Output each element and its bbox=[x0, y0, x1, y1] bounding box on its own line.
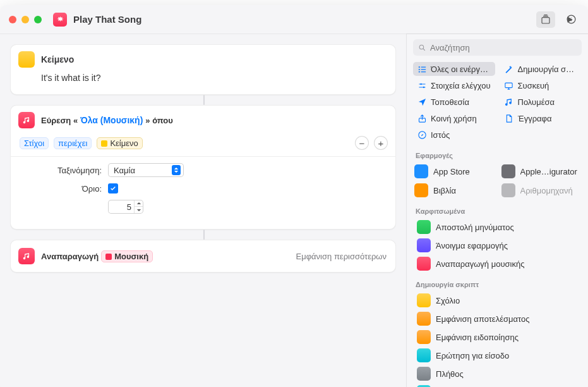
monitor-icon bbox=[504, 80, 514, 90]
action-play-music[interactable]: Αναπαραγωγή Μουσική Εμφάνιση περισσότερω… bbox=[10, 240, 396, 273]
actions-sidebar: Όλες οι ενέργ…Δημιουργία σκ…Στοιχεία ελέ… bbox=[406, 34, 588, 387]
cat-controls[interactable]: Στοιχεία ελέγχου bbox=[413, 78, 495, 92]
minimize-window-button[interactable] bbox=[21, 16, 29, 23]
category-label: Έγγραφα bbox=[518, 114, 552, 123]
window-controls bbox=[9, 16, 42, 23]
pin-open-app[interactable]: Άνοιγμα εφαρμογής bbox=[411, 236, 584, 254]
window-title: Play That Song bbox=[73, 14, 141, 25]
text-action-icon bbox=[18, 51, 35, 68]
safari-icon bbox=[417, 130, 427, 140]
app-icon bbox=[414, 164, 428, 178]
action-icon bbox=[417, 312, 431, 326]
category-grid: Όλες οι ενέργ…Δημιουργία σκ…Στοιχεία ελέ… bbox=[407, 61, 588, 145]
slider-icon bbox=[417, 80, 427, 90]
close-window-button[interactable] bbox=[9, 16, 16, 23]
music-app-icon bbox=[18, 112, 35, 128]
svg-point-8 bbox=[423, 86, 424, 88]
info-toggle-button[interactable] bbox=[561, 11, 580, 28]
svg-rect-1 bbox=[542, 17, 549, 23]
stepper-up-icon[interactable] bbox=[135, 200, 143, 207]
category-label: Κοινή χρήση bbox=[431, 114, 477, 123]
category-label: Συσκευή bbox=[518, 81, 549, 90]
search-icon bbox=[418, 44, 426, 52]
svg-rect-9 bbox=[505, 83, 512, 88]
cat-media[interactable]: Πολυμέσα bbox=[500, 95, 582, 109]
limit-value-input[interactable] bbox=[109, 202, 134, 212]
search-field[interactable] bbox=[413, 39, 582, 56]
cat-documents[interactable]: Έγγραφα bbox=[500, 111, 582, 125]
sidebar-toolbar bbox=[406, 5, 588, 34]
action-icon bbox=[417, 257, 431, 271]
music-app-icon bbox=[18, 248, 35, 264]
app-icon bbox=[414, 183, 428, 197]
svg-rect-5 bbox=[418, 68, 419, 70]
app-calculator[interactable]: Αριθμομηχανή bbox=[498, 181, 585, 199]
act-show-result[interactable]: Εμφάνιση αποτελέσματος bbox=[411, 310, 584, 328]
action-title: Κείμενο bbox=[41, 54, 74, 64]
action-label: Σχόλιο bbox=[436, 296, 460, 305]
select-arrows-icon bbox=[172, 165, 181, 175]
action-find-music[interactable]: Εύρεση « Όλα (Μουσική) » όπου Στίχοι περ… bbox=[10, 105, 396, 230]
action-label: Πλήθος bbox=[436, 369, 464, 379]
category-label: Τοποθεσία bbox=[431, 97, 469, 107]
stepper-down-icon[interactable] bbox=[135, 207, 143, 214]
script-section-title: Δημιουργία σκριπτ bbox=[407, 277, 588, 291]
cat-sharing[interactable]: Κοινή χρήση bbox=[413, 111, 495, 125]
app-icon bbox=[501, 164, 515, 178]
limit-stepper[interactable] bbox=[108, 200, 143, 214]
action-icon bbox=[417, 293, 431, 307]
action-icon bbox=[417, 330, 431, 344]
action-text[interactable]: Κείμενο bbox=[10, 44, 396, 95]
filter-operator[interactable]: περιέχει bbox=[54, 137, 92, 149]
action-icon bbox=[417, 238, 431, 252]
add-filter-button[interactable]: + bbox=[374, 136, 388, 150]
remove-filter-button[interactable]: − bbox=[355, 136, 369, 150]
act-choose-menu[interactable]: Επιλογή από μενού bbox=[411, 383, 584, 387]
share-icon bbox=[417, 113, 427, 123]
connector bbox=[10, 230, 396, 240]
cat-scripting[interactable]: Δημιουργία σκ… bbox=[500, 62, 582, 76]
app-label: Βιβλία bbox=[433, 186, 456, 195]
pinned-section-title: Καρφιτσωμένα bbox=[407, 204, 588, 218]
filter-variable[interactable]: Κείμενο bbox=[97, 137, 142, 149]
cat-device[interactable]: Συσκευή bbox=[500, 78, 582, 92]
limit-checkbox[interactable] bbox=[108, 183, 118, 194]
act-count[interactable]: Πλήθος bbox=[411, 365, 584, 383]
search-input[interactable] bbox=[430, 43, 577, 52]
app-books[interactable]: Βιβλία bbox=[411, 181, 498, 199]
action-label: Άνοιγμα εφαρμογής bbox=[436, 241, 508, 250]
category-label: Ιστός bbox=[431, 130, 450, 140]
act-ask-input[interactable]: Ερώτηση για είσοδο bbox=[411, 347, 584, 364]
category-label: Δημιουργία σκ… bbox=[518, 64, 579, 74]
workflow-canvas[interactable]: Κείμενο Εύρεση « Όλα (Μουσική) » όπου bbox=[0, 34, 406, 387]
zoom-window-button[interactable] bbox=[34, 16, 42, 23]
app-label: App Store bbox=[433, 167, 470, 176]
app-configurator[interactable]: Apple…igurator bbox=[498, 163, 585, 180]
library-toggle-button[interactable] bbox=[536, 11, 555, 28]
sort-select[interactable]: Καμία bbox=[108, 163, 184, 177]
action-label: Εμφάνιση ειδοποίησης bbox=[436, 333, 519, 342]
find-source-token[interactable]: Όλα (Μουσική) bbox=[80, 115, 143, 125]
pin-send-message[interactable]: Αποστολή μηνύματος bbox=[411, 218, 584, 236]
doc-icon bbox=[504, 113, 514, 123]
act-comment[interactable]: Σχόλιο bbox=[411, 292, 584, 309]
show-more-button[interactable]: Εμφάνιση περισσότερων bbox=[296, 252, 387, 261]
action-label: Αποστολή μηνύματος bbox=[436, 223, 514, 232]
svg-rect-4 bbox=[418, 66, 419, 68]
shortcut-app-icon bbox=[53, 13, 67, 27]
app-icon bbox=[501, 183, 515, 197]
app-appstore[interactable]: App Store bbox=[411, 163, 498, 180]
play-target-token[interactable]: Μουσική bbox=[101, 250, 153, 262]
apps-section-title: Εφαρμογές bbox=[407, 148, 588, 162]
text-action-input[interactable] bbox=[41, 71, 387, 87]
cat-location[interactable]: Τοποθεσία bbox=[413, 95, 495, 109]
act-show-alert[interactable]: Εμφάνιση ειδοποίησης bbox=[411, 328, 584, 346]
action-icon bbox=[417, 367, 431, 381]
cat-all[interactable]: Όλες οι ενέργ… bbox=[413, 62, 495, 76]
pin-play-music[interactable]: Αναπαραγωγή μουσικής bbox=[411, 255, 584, 273]
cat-web[interactable]: Ιστός bbox=[413, 128, 495, 142]
category-label: Πολυμέσα bbox=[518, 97, 555, 107]
note-icon bbox=[504, 97, 514, 107]
action-label: Ερώτηση για είσοδο bbox=[436, 351, 509, 360]
filter-field[interactable]: Στίχοι bbox=[20, 137, 49, 149]
